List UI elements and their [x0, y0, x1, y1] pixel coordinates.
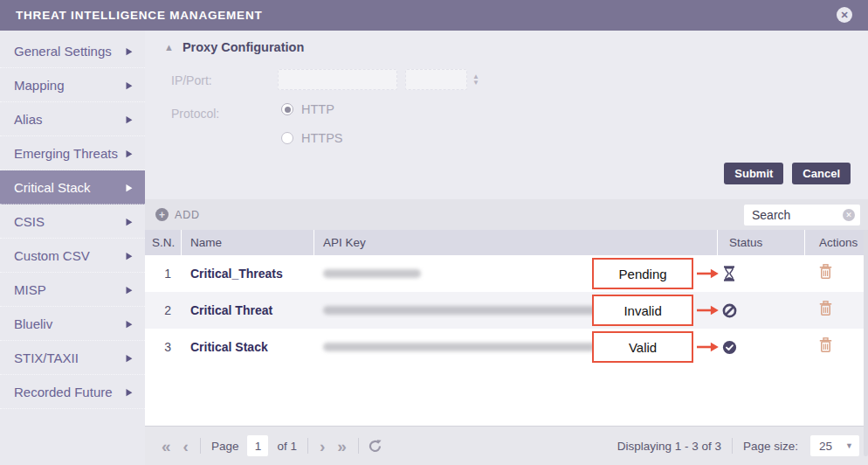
row-status-cell: [718, 340, 805, 355]
table-toolbar: + ADD ✕: [145, 199, 868, 230]
radio-https[interactable]: HTTPS: [281, 131, 343, 145]
radio-http[interactable]: HTTP: [281, 102, 343, 116]
plus-icon: +: [155, 208, 169, 221]
protocol-row: Protocol: HTTP HTTPS: [145, 102, 868, 160]
check-circle-icon: [722, 340, 737, 355]
cancel-button[interactable]: Cancel: [792, 163, 851, 184]
divider: [358, 438, 359, 454]
chevron-right-icon: ▶: [127, 216, 133, 226]
row-name: Critical_Threats: [182, 267, 314, 281]
stepper-down-icon[interactable]: ▼: [472, 80, 479, 86]
form-buttons: Submit Cancel: [724, 163, 851, 184]
sidebar-item-emerging-threats[interactable]: Emerging Threats ▶: [0, 136, 145, 170]
protocol-label: Protocol:: [145, 102, 251, 121]
row-actions-cell: [805, 337, 868, 357]
submit-button[interactable]: Submit: [724, 163, 783, 184]
first-page-icon[interactable]: «: [155, 438, 177, 455]
pagination-summary: Displaying 1 - 3 of 3 Page size: 25 ▼: [612, 435, 859, 456]
next-page-icon[interactable]: ›: [313, 438, 331, 455]
chevron-right-icon: ▶: [127, 352, 133, 363]
divider: [200, 438, 201, 454]
delete-icon[interactable]: [819, 337, 832, 353]
refresh-icon[interactable]: [368, 439, 382, 454]
row-actions-cell: [805, 264, 868, 283]
table-header: S.N. Name API Key Status Actions: [145, 230, 868, 255]
page-size-label: Page size:: [743, 440, 798, 453]
hourglass-icon: [722, 266, 736, 281]
chevron-right-icon: ▶: [127, 80, 133, 90]
previous-page-icon[interactable]: ‹: [177, 438, 195, 455]
sidebar-item-alias[interactable]: Alias ▶: [0, 102, 145, 136]
chevron-right-icon: ▶: [127, 250, 133, 260]
proxy-configuration-section: ▲ Proxy Configuration IP/Port: ▲ ▼ Proto…: [145, 31, 868, 199]
sidebar-item-label: Alias: [14, 112, 126, 127]
sidebar-item-stix-taxii[interactable]: STIX/TAXII ▶: [0, 341, 145, 375]
chevron-right-icon: ▶: [127, 45, 133, 56]
sidebar-item-label: MISP: [14, 282, 126, 297]
last-page-icon[interactable]: »: [331, 438, 353, 455]
divider: [732, 438, 733, 454]
column-header-status[interactable]: Status: [718, 230, 805, 255]
column-header-api-key[interactable]: API Key: [314, 230, 718, 255]
sidebar-item-label: Mapping: [14, 78, 126, 93]
sidebar-item-label: General Settings: [14, 44, 126, 59]
chevron-right-icon: ▶: [127, 148, 133, 158]
search-box: ✕: [744, 205, 860, 226]
row-serial-number: 3: [145, 340, 182, 354]
add-button-label: ADD: [175, 209, 200, 221]
delete-icon[interactable]: [819, 264, 832, 280]
port-stepper[interactable]: ▲ ▼: [472, 69, 479, 90]
api-key-redacted: [323, 306, 598, 315]
sidebar-item-mapping[interactable]: Mapping ▶: [0, 68, 145, 102]
column-header-actions[interactable]: Actions: [805, 230, 868, 255]
row-status-cell: [718, 303, 805, 318]
page-size-select[interactable]: 25 ▼: [810, 435, 859, 456]
sidebar-item-label: Blueliv: [14, 316, 126, 331]
main-panel: ▲ Proxy Configuration IP/Port: ▲ ▼ Proto…: [145, 31, 868, 465]
sidebar-item-label: STIX/TAXII: [14, 350, 126, 365]
table-row: 2 Critical Threat: [145, 292, 868, 329]
row-actions-cell: [805, 301, 868, 320]
vertical-scrollbar[interactable]: [864, 230, 868, 456]
api-key-redacted: [323, 269, 421, 278]
close-icon[interactable]: ✕: [837, 7, 852, 23]
sidebar-item-label: Recorded Future: [14, 385, 126, 399]
sidebar-item-critical-stack[interactable]: Critical Stack ▶: [0, 170, 145, 205]
window-body: General Settings ▶ Mapping ▶ Alias ▶ Eme…: [0, 31, 868, 465]
ip-field[interactable]: [278, 69, 397, 90]
sidebar-item-custom-csv[interactable]: Custom CSV ▶: [0, 239, 145, 273]
page-of-label: of 1: [277, 440, 297, 453]
ip-port-label: IP/Port:: [145, 69, 251, 87]
page-number-input[interactable]: [247, 435, 268, 456]
pagination-bar: « ‹ Page of 1 › » Displaying 1 - 3 of 3: [145, 426, 868, 465]
sidebar-item-general-settings[interactable]: General Settings ▶: [0, 34, 145, 68]
row-name: Critical Threat: [182, 303, 314, 317]
displaying-text: Displaying 1 - 3 of 3: [617, 440, 721, 453]
radio-unselected-icon[interactable]: [281, 132, 293, 144]
chevron-right-icon: ▶: [127, 182, 133, 192]
sidebar-item-label: Emerging Threats: [14, 146, 126, 161]
page-title: THREAT INTELLIGENCE MANAGEMENT: [16, 9, 263, 22]
sidebar-item-blueliv[interactable]: Blueliv ▶: [0, 307, 145, 341]
sidebar: General Settings ▶ Mapping ▶ Alias ▶ Eme…: [0, 31, 145, 465]
api-key-redacted: [323, 343, 596, 351]
radio-selected-icon[interactable]: [281, 103, 293, 115]
column-header-name[interactable]: Name: [182, 230, 314, 255]
sidebar-item-csis[interactable]: CSIS ▶: [0, 205, 145, 239]
chevron-right-icon: ▶: [127, 114, 133, 124]
window-titlebar: THREAT INTELLIGENCE MANAGEMENT ✕: [0, 0, 868, 31]
sidebar-item-recorded-future[interactable]: Recorded Future ▶: [0, 375, 145, 409]
page-size-value: 25: [819, 440, 832, 453]
column-header-sn[interactable]: S.N.: [145, 230, 182, 255]
collapse-icon[interactable]: ▲: [164, 42, 174, 52]
sidebar-item-misp[interactable]: MISP ▶: [0, 273, 145, 307]
sidebar-item-label: Custom CSV: [14, 248, 126, 263]
ip-port-row: IP/Port: ▲ ▼: [145, 69, 868, 90]
port-field[interactable]: [405, 69, 467, 90]
chevron-right-icon: ▶: [127, 386, 133, 397]
clear-search-icon[interactable]: ✕: [843, 209, 855, 221]
threat-intelligence-window: THREAT INTELLIGENCE MANAGEMENT ✕ General…: [0, 0, 868, 465]
delete-icon[interactable]: [819, 301, 832, 316]
add-button[interactable]: + ADD: [155, 208, 200, 221]
chevron-down-icon: ▼: [845, 441, 853, 450]
